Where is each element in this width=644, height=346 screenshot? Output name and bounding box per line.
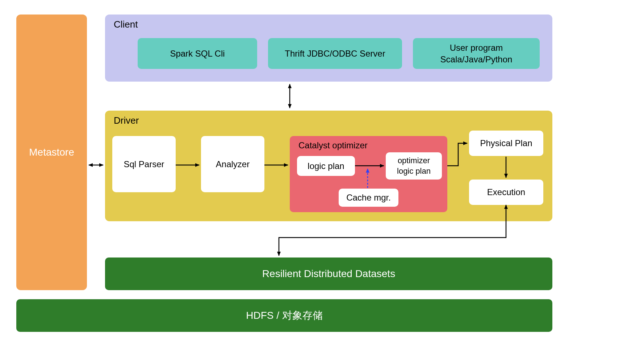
driver-title: Driver: [114, 115, 139, 126]
client-user-program-line1: User program: [450, 42, 503, 53]
client-thrift-label: Thrift JDBC/ODBC Server: [285, 49, 385, 59]
logic-plan-box: logic plan: [297, 156, 355, 176]
client-spark-sql-cli: Spark SQL Cli: [138, 38, 257, 69]
client-thrift-server: Thrift JDBC/ODBC Server: [268, 38, 402, 69]
optimizer-line1: optimizer: [398, 156, 430, 166]
analyzer-box: Analyzer: [201, 136, 264, 192]
cache-mgr-label: Cache mgr.: [346, 193, 391, 203]
analyzer-label: Analyzer: [216, 159, 250, 169]
physical-plan-label: Physical Plan: [480, 138, 532, 148]
cache-mgr-box: Cache mgr.: [339, 189, 398, 207]
metastore-box: Metastore: [16, 15, 87, 290]
optimizer-logic-plan-box: optimizer logic plan: [386, 152, 442, 180]
sql-parser-label: Sql Parser: [124, 159, 164, 169]
execution-box: Execution: [469, 180, 543, 205]
metastore-label: Metastore: [29, 147, 74, 158]
hdfs-label: HDFS / 对象存储: [246, 309, 323, 322]
client-user-program-line2: Scala/Java/Python: [440, 54, 513, 65]
client-title: Client: [114, 19, 138, 30]
sql-parser-box: Sql Parser: [112, 136, 176, 192]
catalyst-title: Catalyst optimizer: [298, 140, 368, 151]
physical-plan-box: Physical Plan: [469, 131, 543, 156]
client-spark-sql-cli-label: Spark SQL Cli: [170, 49, 225, 59]
hdfs-box: HDFS / 对象存储: [16, 299, 552, 332]
logic-plan-label: logic plan: [308, 161, 344, 171]
rdd-box: Resilient Distributed Datasets: [105, 258, 552, 290]
execution-label: Execution: [487, 187, 525, 197]
client-user-program: User program Scala/Java/Python: [413, 38, 540, 69]
optimizer-line2: logic plan: [397, 166, 431, 177]
rdd-label: Resilient Distributed Datasets: [262, 268, 395, 280]
